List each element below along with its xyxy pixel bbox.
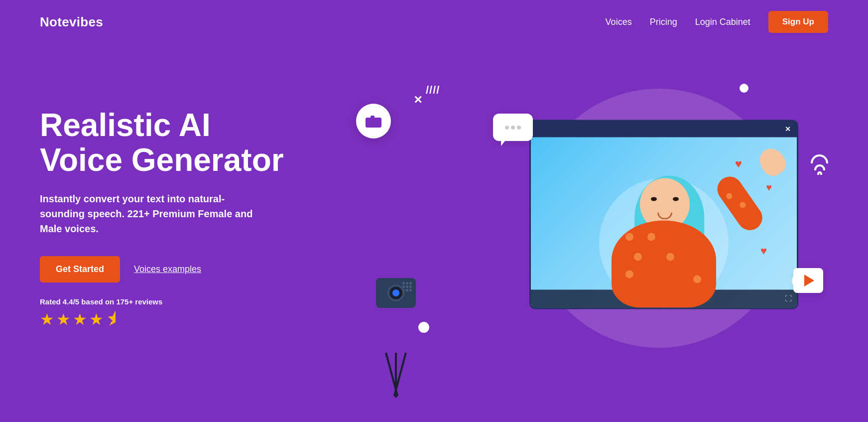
- girl-body: [612, 220, 716, 307]
- hero-content: Realistic AI Voice Generator Instantly c…: [40, 108, 299, 329]
- get-started-button[interactable]: Get Started: [40, 256, 120, 282]
- hero-subtitle: Instantly convert your text into natural…: [40, 191, 269, 236]
- small-circle-3: [418, 322, 429, 333]
- svg-point-4: [377, 119, 379, 121]
- girl-hand: [755, 144, 790, 180]
- close-icon: ✕: [785, 125, 791, 133]
- signup-button[interactable]: Sign Up: [768, 11, 828, 33]
- heart-icon-3: ♥: [760, 245, 767, 258]
- signal-arc-1: [811, 154, 828, 163]
- signal-arc-3: [817, 171, 822, 175]
- bubble-dot-2: [511, 126, 515, 130]
- star-4: ★: [89, 310, 104, 329]
- camera-tripod: [376, 278, 416, 353]
- navbar: Notevibes Voices Pricing Login Cabinet S…: [0, 0, 868, 44]
- nav-login-link[interactable]: Login Cabinet: [695, 17, 750, 27]
- heart-icon-1: ♥: [735, 157, 742, 171]
- svg-rect-3: [371, 116, 374, 119]
- signal-arc-2: [814, 164, 825, 170]
- expand-icon: ⛶: [785, 294, 792, 302]
- video-frame: ✕: [529, 120, 798, 309]
- slash-marks: ////: [426, 84, 440, 97]
- site-logo[interactable]: Notevibes: [40, 14, 103, 30]
- star-1: ★: [40, 310, 54, 329]
- x-mark-1: ✕: [413, 94, 422, 107]
- bubble-dot-1: [505, 126, 509, 130]
- camera-lens: [387, 284, 404, 301]
- heart-icon-2: ♥: [766, 182, 772, 193]
- hero-section: Realistic AI Voice Generator Instantly c…: [0, 44, 868, 403]
- star-rating: ★ ★ ★ ★ ⯨: [40, 310, 299, 329]
- video-header: ✕: [531, 121, 797, 137]
- star-half: ⯨: [106, 310, 122, 329]
- speech-bubble: [493, 114, 533, 141]
- hero-title: Realistic AI Voice Generator: [40, 108, 299, 178]
- nav-voices-link[interactable]: Voices: [606, 17, 632, 27]
- nav-links: Voices Pricing Login Cabinet Sign Up: [606, 11, 828, 33]
- play-triangle-icon: [804, 275, 814, 286]
- signal-icon: [811, 153, 828, 176]
- small-circle-2: [740, 84, 748, 93]
- star-2: ★: [56, 310, 71, 329]
- rating-text: Rated 4.4/5 based on 175+ reviews: [40, 297, 299, 306]
- camera-float-icon: [356, 104, 391, 139]
- camera-body: [376, 278, 416, 308]
- video-body: ♥ ♥ ♥ ⛶: [531, 137, 797, 307]
- star-3: ★: [73, 310, 87, 329]
- svg-point-2: [372, 121, 375, 125]
- hero-illustration: ✕: [329, 64, 828, 373]
- nav-pricing-link[interactable]: Pricing: [650, 17, 677, 27]
- voices-examples-button[interactable]: Voices examples: [134, 264, 201, 275]
- hero-buttons: Get Started Voices examples: [40, 256, 299, 282]
- bubble-dot-3: [517, 126, 521, 130]
- play-button-float[interactable]: [793, 268, 823, 293]
